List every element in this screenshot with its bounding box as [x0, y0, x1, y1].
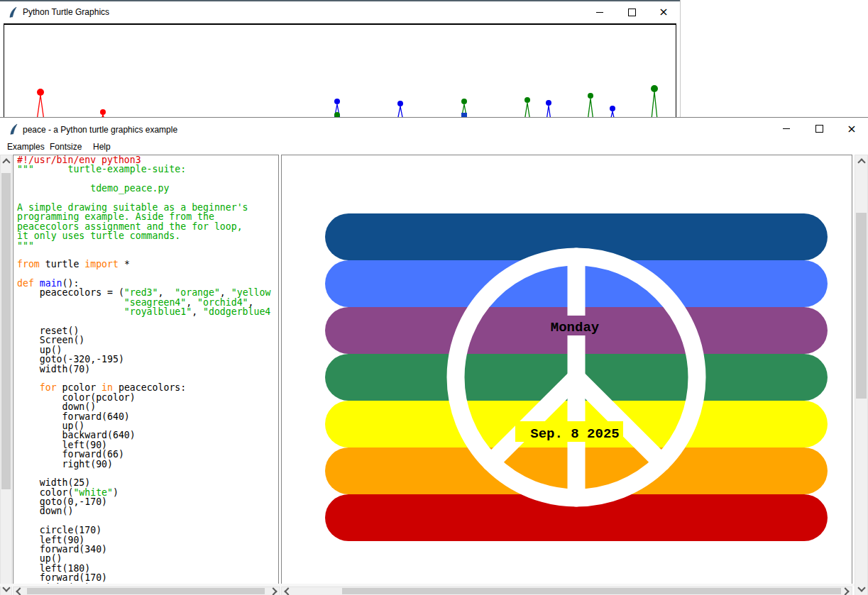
turtle-window-title: Python Turtle Graphics [23, 7, 109, 17]
turtle-minimize-button[interactable] [589, 1, 610, 23]
canvas-scroll-up-button[interactable] [855, 155, 867, 167]
canvas-vertical-scroll-thumb[interactable] [856, 213, 867, 399]
close-icon: × [847, 123, 856, 135]
chevron-up-icon [857, 158, 865, 166]
turtle-canvas-drawing [4, 25, 676, 117]
menubar: Examples Fontsize Help [0, 140, 868, 155]
canvas-scroll-left-button[interactable] [282, 587, 292, 595]
peace-close-button[interactable]: × [841, 118, 862, 140]
peace-window-title: peace - a Python turtle graphics example [23, 125, 177, 135]
chevron-up-icon [2, 158, 10, 166]
menu-fontsize[interactable]: Fontsize [50, 142, 82, 152]
peace-titlebar[interactable]: peace - a Python turtle graphics example… [0, 118, 868, 140]
code-vertical-scrollbar[interactable] [0, 155, 12, 595]
menu-help[interactable]: Help [93, 142, 111, 152]
chevron-left-icon [284, 587, 292, 595]
canvas-scroll-right-button[interactable] [841, 587, 852, 595]
code-scroll-up-button[interactable] [1, 155, 11, 167]
peace-minimize-button[interactable] [776, 118, 797, 140]
svg-text:Monday: Monday [551, 320, 600, 335]
code-vertical-scroll-thumb[interactable] [1, 173, 11, 489]
close-icon: × [659, 6, 668, 18]
source-code[interactable]: #!/usr/bin/env python3""" turtle-example… [17, 155, 278, 584]
drawing-canvas-pane[interactable]: MondaySep. 8 2025 [281, 155, 852, 584]
turtle-maximize-button[interactable] [621, 1, 642, 23]
tk-feather-icon [9, 123, 19, 135]
tk-feather-icon [8, 6, 18, 18]
peace-window: peace - a Python turtle graphics example… [0, 117, 868, 595]
code-scroll-right-button[interactable] [269, 587, 280, 595]
minimize-icon [783, 128, 790, 129]
code-horizontal-scrollbar[interactable] [13, 586, 280, 595]
canvas-horizontal-scroll-thumb[interactable] [342, 588, 842, 594]
turtle-titlebar[interactable]: Python Turtle Graphics × [0, 0, 680, 23]
minimize-icon [596, 12, 603, 13]
chevron-right-icon [269, 587, 277, 595]
turtle-close-button[interactable]: × [653, 1, 674, 23]
chevron-left-icon [16, 587, 23, 595]
chevron-right-icon [841, 587, 849, 595]
maximize-icon [815, 125, 823, 133]
menu-examples[interactable]: Examples [7, 142, 45, 152]
canvas-vertical-scrollbar[interactable] [855, 155, 868, 595]
canvas-horizontal-scrollbar[interactable] [281, 586, 852, 595]
code-scroll-left-button[interactable] [13, 587, 24, 595]
peace-drawing: MondaySep. 8 2025 [282, 155, 852, 584]
canvas-scroll-down-button[interactable] [855, 583, 867, 595]
maximize-icon [628, 9, 636, 16]
code-horizontal-scroll-thumb[interactable] [27, 588, 265, 594]
peace-maximize-button[interactable] [808, 118, 830, 140]
svg-text:Sep. 8 2025: Sep. 8 2025 [530, 426, 619, 442]
chevron-down-icon [857, 584, 865, 591]
